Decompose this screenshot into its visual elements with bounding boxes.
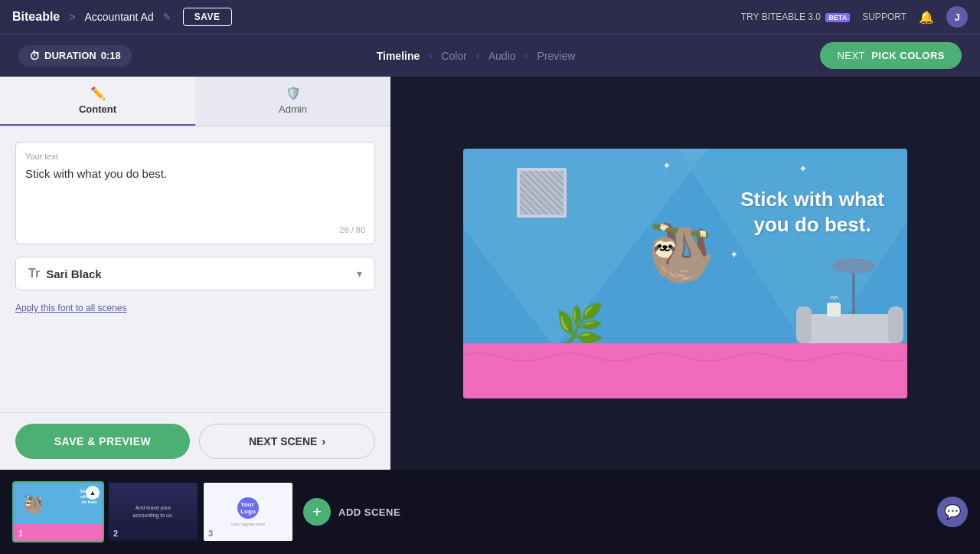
scene-thumb-2[interactable]: And leave youraccounting to us. 2 bbox=[107, 481, 199, 543]
thumb2-text: And leave youraccounting to us. bbox=[130, 501, 177, 523]
scene-thumb-1[interactable]: Stick withwhat youdo best. 🦥 ▲ 1 bbox=[12, 481, 104, 543]
scene-background: ✦ ✦ ✦ 🦥 🌿 Stick with what you do best. bbox=[463, 149, 907, 398]
edit-icon[interactable]: ✎ bbox=[163, 11, 171, 22]
wavy-decoration bbox=[463, 349, 907, 365]
thumb3-subtext: your tagline here bbox=[231, 522, 266, 526]
pick-colors-label: PICK COLORS bbox=[871, 50, 945, 61]
text-field-wrapper: Your text Stick with what you do best. 2… bbox=[15, 142, 375, 244]
scene-text-line1: Stick with what bbox=[740, 187, 884, 213]
apply-font-link[interactable]: Apply this font to all scenes bbox=[15, 303, 126, 313]
next-pick-colors-button[interactable]: NEXT PICK COLORS bbox=[820, 42, 962, 69]
steps: Timeline › Color › Audio › Preview bbox=[377, 50, 576, 62]
picture-frame-inner bbox=[520, 171, 564, 215]
support-link[interactable]: SUPPORT bbox=[862, 11, 906, 22]
save-button[interactable]: SAVE bbox=[183, 8, 232, 26]
tab-admin[interactable]: 🛡️ Admin bbox=[195, 77, 390, 126]
sparkle-1: ✦ bbox=[799, 162, 808, 175]
left-panel: ✏️ Content 🛡️ Admin Your text Stick with… bbox=[0, 77, 390, 470]
chat-button[interactable]: 💬 bbox=[937, 497, 968, 527]
step-audio[interactable]: Audio bbox=[488, 50, 516, 62]
couch-lamp-illustration bbox=[785, 257, 907, 349]
chat-icon: 💬 bbox=[944, 503, 961, 520]
save-preview-button[interactable]: SAVE & PREVIEW bbox=[15, 424, 190, 459]
next-scene-button[interactable]: NEXT SCENE › bbox=[199, 424, 375, 459]
step-arrow-3: › bbox=[525, 51, 528, 61]
sloth-character: 🦥 bbox=[647, 225, 716, 280]
step-preview[interactable]: Preview bbox=[537, 50, 576, 62]
nav-right: TRY BITEABLE 3.0 BETA SUPPORT 🔔 J bbox=[741, 6, 968, 28]
top-nav: Biteable > Accountant Ad ✎ SAVE TRY BITE… bbox=[0, 0, 980, 34]
text-input[interactable]: Stick with what you do best. bbox=[25, 166, 365, 219]
duration-value: 0:18 bbox=[101, 50, 121, 61]
svg-rect-4 bbox=[888, 307, 903, 343]
right-preview: ✦ ✦ ✦ 🦥 🌿 Stick with what you do best. bbox=[390, 77, 980, 470]
duration-label: DURATION bbox=[44, 50, 96, 61]
beta-badge: BETA bbox=[825, 13, 850, 22]
toolbar: ⏱ DURATION 0:18 Timeline › Color › Audio… bbox=[0, 34, 980, 77]
next-scene-arrow-icon: › bbox=[322, 435, 325, 447]
bottom-buttons: SAVE & PREVIEW NEXT SCENE › bbox=[0, 412, 390, 470]
try-biteable-label: TRY BITEABLE 3.0 BETA bbox=[741, 11, 850, 22]
scene-text-line2: you do best. bbox=[740, 212, 884, 238]
font-selector[interactable]: Tr Sari Black ▾ bbox=[15, 257, 375, 290]
breadcrumb-sep: > bbox=[69, 11, 75, 23]
clock-icon: ⏱ bbox=[29, 50, 40, 62]
expand-icon-1[interactable]: ▲ bbox=[86, 486, 100, 500]
pencil-icon: ✏️ bbox=[90, 86, 106, 100]
thumb-number-2: 2 bbox=[113, 529, 118, 538]
app-logo: Biteable bbox=[12, 10, 60, 24]
tab-content[interactable]: ✏️ Content bbox=[0, 77, 195, 126]
filmstrip: Stick withwhat youdo best. 🦥 ▲ 1 And lea… bbox=[0, 470, 980, 554]
step-timeline[interactable]: Timeline bbox=[377, 50, 420, 62]
plus-icon: + bbox=[303, 498, 331, 526]
font-name: Sari Black bbox=[46, 267, 351, 280]
svg-rect-2 bbox=[800, 314, 900, 343]
thumb3-content: YourLogo your tagline here bbox=[204, 483, 292, 541]
step-arrow-1: › bbox=[429, 51, 432, 61]
font-icon: Tr bbox=[28, 267, 40, 280]
svg-rect-3 bbox=[796, 307, 812, 343]
step-color[interactable]: Color bbox=[441, 50, 466, 62]
add-scene-label: ADD SCENE bbox=[338, 506, 400, 518]
scene-overlay-text: Stick with what you do best. bbox=[740, 187, 884, 239]
duration-badge: ⏱ DURATION 0:18 bbox=[18, 45, 132, 67]
picture-frame bbox=[517, 168, 567, 218]
char-count: 28 / 80 bbox=[25, 225, 365, 234]
logo-placeholder: YourLogo bbox=[237, 497, 259, 519]
user-avatar[interactable]: J bbox=[946, 6, 968, 28]
thumb-number-3: 3 bbox=[208, 529, 213, 538]
sparkle-2: ✦ bbox=[662, 159, 671, 172]
scene-floor bbox=[463, 343, 907, 398]
main-content: ✏️ Content 🛡️ Admin Your text Stick with… bbox=[0, 77, 980, 470]
thumb2-content: And leave youraccounting to us. bbox=[109, 483, 198, 541]
svg-point-1 bbox=[832, 258, 875, 274]
sparkle-3: ✦ bbox=[730, 248, 739, 261]
svg-rect-5 bbox=[827, 303, 841, 316]
step-arrow-2: › bbox=[476, 51, 479, 61]
panel-content: Your text Stick with what you do best. 2… bbox=[0, 126, 390, 412]
project-name: Accountant Ad bbox=[84, 11, 153, 23]
chevron-down-icon: ▾ bbox=[357, 267, 362, 280]
add-scene-button[interactable]: + ADD SCENE bbox=[303, 498, 400, 526]
plant: 🌿 bbox=[555, 302, 605, 349]
thumb-number-1: 1 bbox=[18, 529, 23, 538]
tabs: ✏️ Content 🛡️ Admin bbox=[0, 77, 390, 126]
next-label: NEXT bbox=[837, 50, 865, 61]
notification-icon[interactable]: 🔔 bbox=[919, 10, 934, 25]
shield-icon: 🛡️ bbox=[286, 86, 301, 100]
field-label: Your text bbox=[25, 152, 365, 161]
scene-preview: ✦ ✦ ✦ 🦥 🌿 Stick with what you do best. bbox=[463, 149, 907, 398]
scene-thumb-3[interactable]: YourLogo your tagline here 3 bbox=[202, 481, 294, 543]
